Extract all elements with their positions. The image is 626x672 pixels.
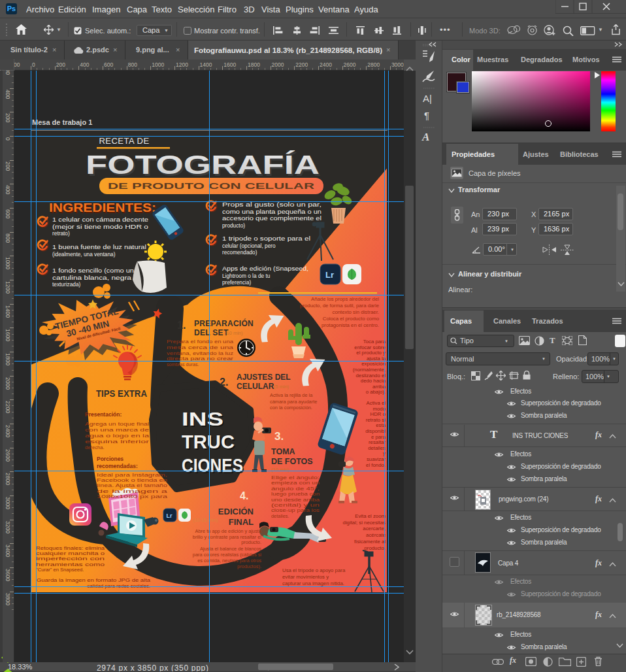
svg-text:INS: INS [182,408,223,429]
svg-text:físicamente al: físicamente al [354,539,386,545]
svg-text:TRUC: TRUC [182,431,235,452]
svg-text:(10 min): (10 min) [271,467,289,473]
svg-text:mesa cerca de una: mesa cerca de una [167,344,233,350]
svg-text:DEL SET: DEL SET [194,328,229,337]
svg-text:Agrega un toque final: Agrega un toque final [85,421,149,427]
svg-text:RECETA DE: RECETA DE [99,136,149,146]
svg-text:TOMA: TOMA [271,447,295,456]
svg-text:(10 min): (10 min) [225,330,243,336]
svg-text:EDICIÓN: EDICIÓN [218,507,254,516]
svg-text:Lr: Lr [325,270,334,280]
svg-text:o abajo).: o abajo). [366,389,386,395]
svg-text:Evita el zoom: Evita el zoom [355,513,386,519]
svg-text:(5 min): (5 min) [274,384,289,390]
svg-text:accesorio que complemente el: accesorio que complemente el [222,215,321,222]
svg-text:acercarte,: acercarte, [363,526,386,531]
svg-text:FOTOGRAFÍA: FOTOGRAFÍA [86,150,320,179]
svg-text:1 buena fuente de luz natural: 1 buena fuente de luz natural [52,244,146,250]
svg-text:"Curar" en Snapseed.: "Curar" en Snapseed. [36,567,84,573]
svg-text:celular (opcional, pero: celular (opcional, pero [222,243,276,249]
svg-text:Lr: Lr [167,512,173,519]
svg-text:FINAL: FINAL [229,517,254,527]
svg-text:2.: 2. [220,377,228,388]
svg-text:producto, de forma sutil, para: producto, de forma sutil, para darle [300,303,379,309]
svg-text:preferencia): preferencia) [222,279,252,286]
svg-text:1 fondo sencillo (como una: 1 fondo sencillo (como una [52,267,138,274]
svg-text:Coloca el producto como: Coloca el producto como [323,316,380,322]
svg-text:texturizada): texturizada) [52,281,81,288]
svg-text:como una planta pequeña o un: como una planta pequeña o un [222,209,321,215]
svg-text:con una marca de: con una marca de [85,427,149,433]
svg-text:TIPS EXTRA: TIPS EXTRA [96,388,147,399]
svg-text:AJUSTES DEL: AJUSTES DEL [237,373,291,382]
svg-text:protagonista en el centro.: protagonista en el centro. [321,322,379,328]
svg-text:recomendado): recomendado) [222,249,257,256]
svg-text:Porciones: Porciones [97,456,124,462]
svg-text:producto): producto) [222,222,245,229]
svg-text:(idealmente, una ventana): (idealmente, una ventana) [52,251,116,258]
svg-text:derecha.: derecha. [85,445,105,450]
svg-text:ventana, evitando la luz: ventana, evitando la luz [167,350,234,356]
svg-text:CIONES: CIONES [182,454,243,476]
svg-text:Lightroom o la de tu: Lightroom o la de tu [222,273,271,279]
svg-text:productos).: productos). [237,563,261,569]
svg-text:Apps de edición (Snapseed,: Apps de edición (Snapseed, [222,265,308,272]
svg-text:contexto sin distraer.: contexto sin distraer. [332,309,379,315]
svg-text:producto.: producto. [364,545,386,551]
svg-text:1080x1080 px para: 1080x1080 px para [97,494,168,499]
svg-text:digital; si necesitas: digital; si necesitas [343,520,386,526]
svg-text:el fondo.: el fondo. [366,462,386,468]
svg-text:PREPARACIÓN: PREPARACIÓN [194,318,254,328]
svg-text:DE PRODUTO CON CELULAR: DE PRODUTO CON CELULAR [108,182,314,191]
svg-text:3.: 3. [274,430,284,443]
svg-text:Presentación:: Presentación: [85,411,122,418]
svg-text:Guarda la imagen en formato JP: Guarda la imagen en formato JPG de alta [37,577,151,583]
svg-text:para colores realistas (cálido: para colores realistas (cálidos si [193,552,262,558]
svg-text:(mejor si tiene modo HDR o: (mejor si tiene modo HDR o [52,224,149,230]
svg-text:con la composición.: con la composición. [270,405,312,411]
svg-text:cámara para ayudarte: cámara para ayudarte [270,399,317,405]
svg-text:Añade los props alrededor del: Añade los props alrededor del [311,296,379,302]
svg-text:recomendadas:: recomendadas: [97,463,138,469]
svg-text:(10-15 min): (10-15 min) [193,517,218,523]
svg-text:CELULAR: CELULAR [237,382,274,391]
svg-text:4.: 4. [240,490,248,501]
svg-text:cartulina blanca, negra o: cartulina blanca, negra o [52,275,139,281]
svg-text:Usa el trípode o apoyo para: Usa el trípode o apoyo para [282,567,346,573]
svg-text:Activa la rejilla de la: Activa la rejilla de la [270,392,313,398]
svg-text:1 celular con cámara decente: 1 celular con cámara decente [52,216,149,223]
svg-text:DE FOTOS: DE FOTOS [271,457,313,466]
svg-text:producto.: producto. [241,539,261,545]
svg-text:Prepara el fondo en una: Prepara el fondo en una [167,339,233,344]
svg-text:agua o logo en la: agua o logo en la [85,433,150,439]
svg-text:acércate: acércate [366,532,386,538]
svg-text:1 tripode o soporte para el: 1 tripode o soporte para el [222,235,310,242]
svg-text:evitar movimientos y: evitar movimientos y [282,574,329,580]
svg-text:1.: 1. [177,320,186,331]
svg-text:detalles.: detalles. [271,513,289,519]
svg-text:sombras duras.: sombras duras. [167,361,199,367]
svg-text:Props al gusto (solo un par,: Props al gusto (solo un par, [222,201,321,208]
svg-text:es comida, neutros para otros: es comida, neutros para otros [197,558,261,563]
svg-text:retrato): retrato) [52,230,70,237]
svg-text:esquina inferior: esquina inferior [85,439,150,445]
svg-text:INGREDIENTES:: INGREDIENTES: [49,201,156,214]
